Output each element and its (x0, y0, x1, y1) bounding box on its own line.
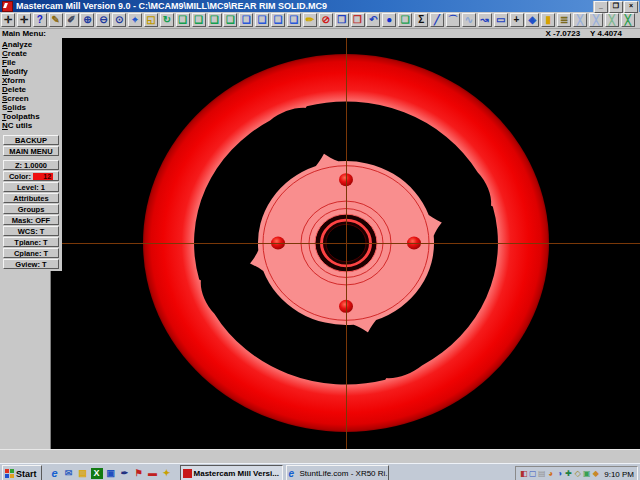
menu-item-analyze[interactable]: Analyze (2, 40, 61, 49)
tray-icon[interactable]: ▢ (528, 468, 537, 480)
gview-iso-wire-icon[interactable]: ❑ (223, 13, 237, 27)
analyze-point-icon[interactable]: ✛ (1, 13, 15, 27)
monitor-icon[interactable]: ▣ (105, 467, 117, 480)
tray-icon[interactable]: ▣ (582, 468, 591, 480)
screw-stack-icon[interactable]: ≣ (557, 13, 571, 27)
gview-button[interactable]: Gview: T (3, 259, 59, 269)
create-spline-icon[interactable]: ↝ (478, 13, 492, 27)
mastercam-task-icon (183, 469, 192, 478)
fit-screen-icon[interactable]: ◱ (144, 13, 158, 27)
menu-item-delete[interactable]: Delete (2, 85, 61, 94)
menu-item-modify[interactable]: Modify (2, 67, 61, 76)
main-menu-button[interactable]: MAIN MENU (3, 146, 59, 156)
taskbar-clock: 9:10 PM (604, 470, 634, 479)
tray-icon[interactable]: ◆ (591, 468, 600, 480)
internet-explorer-icon[interactable]: e (49, 467, 61, 480)
menu-item-create[interactable]: Create (2, 49, 61, 58)
create-line-icon[interactable]: ╱ (430, 13, 444, 27)
shading-icon[interactable]: ● (382, 13, 396, 27)
gview-front-shaded-icon[interactable]: ❑ (255, 13, 269, 27)
close-button[interactable]: × (624, 1, 638, 13)
gview-front-wire-icon[interactable]: ❑ (192, 13, 206, 27)
delete-duplicates-icon[interactable]: ╳ (589, 13, 603, 27)
restore-button[interactable]: ❐ (609, 1, 623, 13)
color-button[interactable]: Color:12 (3, 171, 59, 181)
groups-button[interactable]: Groups (3, 204, 59, 214)
sidebar: AnalyzeCreateFileModifyXformDeleteScreen… (0, 38, 62, 449)
delete-icon[interactable]: ╳ (573, 13, 587, 27)
graphics-viewport[interactable] (50, 38, 640, 449)
color-swatch: 12 (33, 173, 53, 180)
analyze-entity-icon[interactable]: ✛ (17, 13, 31, 27)
undelete-all-icon[interactable]: ╳ (621, 13, 635, 27)
copy-attributes-icon[interactable]: ❏ (398, 13, 412, 27)
set-color-icon[interactable]: ❒ (351, 13, 365, 27)
gview-top-shaded-icon[interactable]: ❑ (239, 13, 253, 27)
flag-icon[interactable]: ⚑ (133, 467, 145, 480)
tray-icon[interactable]: ◇ (573, 468, 582, 480)
menu-item-nc-utils[interactable]: NC utils (2, 121, 61, 130)
excel-icon[interactable]: X (91, 468, 103, 479)
create-fillet-icon[interactable]: ∿ (462, 13, 476, 27)
task-button-mastercam[interactable]: Mastercam Mill Versi... (180, 465, 283, 480)
menu-item-solids[interactable]: Solids (2, 103, 61, 112)
dynamic-target-icon[interactable]: ⌖ (128, 13, 142, 27)
status-row: Main Menu: X -7.0723 Y 4.4074 (0, 28, 640, 38)
undelete-icon[interactable]: ╳ (605, 13, 619, 27)
main-area: AnalyzeCreateFileModifyXformDeleteScreen… (0, 38, 640, 449)
sketch-icon[interactable]: ✎ (49, 13, 63, 27)
backup-button[interactable]: BACKUP (3, 135, 59, 145)
create-rectangle-icon[interactable]: ▭ (494, 13, 508, 27)
pen-tool-icon[interactable]: ✒ (119, 467, 131, 480)
drafting-icon[interactable]: ◈ (525, 13, 539, 27)
help-icon[interactable]: ? (33, 13, 47, 27)
start-button[interactable]: Start (2, 465, 42, 480)
tray-icon[interactable]: ◕ (546, 468, 555, 480)
tplane-button[interactable]: Tplane: T (3, 237, 59, 247)
create-point-icon[interactable]: + (510, 13, 524, 27)
blank-entity-icon[interactable]: ⊘ (319, 13, 333, 27)
attributes-button[interactable]: Attributes (3, 193, 59, 203)
zoom-window-icon[interactable]: ⊙ (112, 13, 126, 27)
zoom-out-icon[interactable]: ⊖ (96, 13, 110, 27)
calculator-icon[interactable]: Σ (414, 13, 428, 27)
gview-side-shaded-icon[interactable]: ❑ (271, 13, 285, 27)
media-icon[interactable]: ▬ (147, 467, 159, 480)
menu-item-xform[interactable]: Xform (2, 76, 61, 85)
menu-item-toolpaths[interactable]: Toolpaths (2, 112, 61, 121)
gold-app-icon[interactable]: ✦ (161, 467, 173, 480)
tray-icon[interactable]: ◧ (519, 468, 528, 480)
secondary-menu: Z: 1.0000Color:12Level: 1AttributesGroup… (2, 160, 61, 269)
solids-box-icon[interactable]: ▮ (541, 13, 555, 27)
pencil-icon[interactable]: ✏ (303, 13, 317, 27)
zoom-in-icon[interactable]: ⊕ (80, 13, 94, 27)
main-menu-header: Main Menu: (2, 29, 46, 38)
menu-item-file[interactable]: File (2, 58, 61, 67)
mail-icon[interactable]: ✉ (63, 467, 75, 480)
gview-side-wire-icon[interactable]: ❑ (208, 13, 222, 27)
coordinate-y: Y 4.4074 (590, 29, 622, 38)
undo-icon[interactable]: ↶ (366, 13, 380, 27)
wcs-button[interactable]: WCS: T (3, 226, 59, 236)
menu-item-screen[interactable]: Screen (2, 94, 61, 103)
viewports-icon[interactable]: ❐ (335, 13, 349, 27)
z-depth-button[interactable]: Z: 1.0000 (3, 160, 59, 170)
folder-icon[interactable]: ▤ (77, 467, 89, 480)
tray-icon[interactable]: ✚ (564, 468, 573, 480)
gview-iso-shaded-icon[interactable]: ❑ (287, 13, 301, 27)
tray-icon[interactable]: ◑ (555, 468, 564, 480)
level-button[interactable]: Level: 1 (3, 182, 59, 192)
taskbar: Start e✉▤X▣✒⚑▬✦ Mastercam Mill Versi...e… (0, 463, 640, 480)
gview-top-wire-icon[interactable]: ❑ (176, 13, 190, 27)
tray-icon[interactable]: ▤ (537, 468, 546, 480)
analyze-select-icon[interactable]: ✐ (65, 13, 79, 27)
quick-launch: e✉▤X▣✒⚑▬✦ (49, 467, 173, 480)
create-arc-icon[interactable]: ⌒ (446, 13, 460, 27)
repaint-icon[interactable]: ↻ (160, 13, 174, 27)
minimize-button[interactable]: _ (594, 1, 608, 13)
mask-button[interactable]: Mask: OFF (3, 215, 59, 225)
tray-icons: ◧▢▤◕◑✚◇▣◆ (519, 468, 600, 480)
cplane-button[interactable]: Cplane: T (3, 248, 59, 258)
task-button-browser[interactable]: eStuntLife.com - XR50 Ri... (286, 465, 389, 480)
mastercam-app-icon (2, 1, 13, 12)
